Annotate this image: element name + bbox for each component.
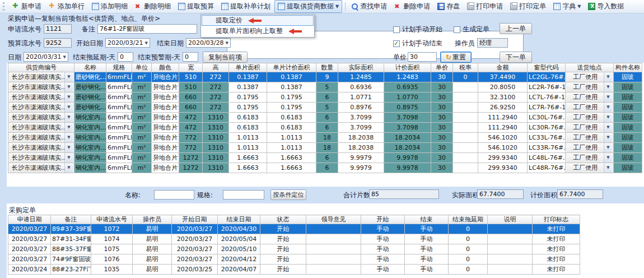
table-cell[interactable]: 0 [449,234,488,244]
table-cell[interactable]: 30 [431,103,453,113]
table-cell[interactable] [453,133,478,143]
table-cell[interactable]: 手动 [361,224,405,234]
table-cell[interactable] [453,123,478,133]
chevron-down-icon[interactable]: ▼ [604,92,612,102]
table-cell[interactable]: 1310 [203,123,229,133]
table-cell[interactable] [488,254,533,265]
table-cell[interactable]: 9.9979 [338,163,384,173]
combo-cell[interactable]: 工厂使用▼ [567,113,612,122]
table-cell[interactable]: 0.6183 [267,123,316,133]
serial-number-input[interactable] [44,24,72,34]
table-cell[interactable]: 固玻 [614,92,642,103]
toolbar-button-extract-supplement-plan[interactable]: 提取补单计划 [218,0,274,13]
table-cell[interactable]: 未打印 [533,254,580,265]
table-cell[interactable]: 异地合片 [152,153,179,163]
chevron-down-icon[interactable]: ▼ [64,163,73,173]
unit-price-input[interactable] [408,52,437,62]
table-cell[interactable]: 89#37-39F窗固玻 [51,224,91,234]
table-cell[interactable]: 1.0113 [229,143,267,153]
table-cell[interactable]: 长沙市潇湘玻璃实...▼ [8,163,74,173]
table-row[interactable]: 2020/03/2488#23-27F门顶玻1035易明2020/03/2520… [8,265,580,275]
table-cell[interactable]: 工厂使用▼ [566,143,614,153]
table-cell[interactable]: 30 [431,163,453,173]
table-cell[interactable]: 1035 [91,265,133,275]
table-cell[interactable]: 3.7099 [338,113,384,123]
table-cell[interactable]: m² [132,103,152,113]
table-cell[interactable]: 0.6936 [338,82,384,92]
table-cell[interactable]: 9 [316,72,338,82]
combo-cell[interactable]: 长沙市潇湘玻璃实...▼ [10,143,73,152]
next-order-button[interactable]: 下一单 [500,52,532,63]
chevron-down-icon[interactable]: ▼ [604,113,612,122]
table-cell[interactable]: 9.9978 [384,153,431,163]
chevron-down-icon[interactable]: ▼ [604,163,612,173]
table-cell[interactable]: 异地合片 [152,123,179,133]
table-cell[interactable]: LC30L-76#... [528,113,566,123]
table-cell[interactable]: 1310 [203,133,229,143]
table-cell[interactable]: 1.0771 [338,92,384,103]
table-cell[interactable]: 546.1020 [478,133,528,143]
table-cell[interactable]: 未打印 [533,224,580,234]
table-cell[interactable]: 固玻 [614,113,642,123]
table-row[interactable]: 长沙市潇湘玻璃实...▼磨砂钢化...6mmFLE...m²异地合片510272… [8,82,642,92]
table-cell[interactable]: 手动 [361,234,405,244]
table-cell[interactable]: 长沙市潇湘玻璃实...▼ [8,72,74,82]
table-cell[interactable]: 工厂使用▼ [566,133,614,143]
combo-cell[interactable]: 工厂使用▼ [567,92,612,102]
toolbar-button-print-request[interactable]: 打印申请 [464,0,506,13]
table-cell[interactable]: 钢化室内... [74,133,106,143]
chevron-down-icon[interactable]: ▼ [604,103,612,112]
table-cell[interactable]: 异地合片 [152,163,179,173]
table-cell[interactable]: 1310 [203,153,229,163]
spec-filter-input[interactable] [223,190,264,200]
table-cell[interactable]: 6mmFLE... [106,82,132,92]
toolbar-button-extract-supplier-data[interactable]: 提取供货商数据▼ [274,0,342,13]
combo-cell[interactable]: 工厂使用▼ [567,163,612,173]
table-cell[interactable]: 2020/03/25 [172,265,218,275]
table-cell[interactable] [453,163,478,173]
toolbar-button-delete-request[interactable]: 删除申请 [391,0,433,13]
table-cell[interactable]: 1075 [91,244,133,254]
chevron-down-icon[interactable]: ▼ [604,143,612,152]
table-cell[interactable]: 660 [179,103,203,113]
table-cell[interactable]: LC48R-76#... [528,163,566,173]
table-cell[interactable]: 手动 [405,254,449,265]
table-cell[interactable]: 87#31-34F窗固玻 [51,234,91,244]
combo-cell[interactable]: 长沙市潇湘玻璃实...▼ [10,82,73,92]
toolbar-button-extract-budget[interactable]: 提取预算 [175,0,217,13]
table-cell[interactable]: 2020/03/27 [8,254,51,265]
table-cell[interactable]: 472 [179,113,203,123]
table-cell[interactable]: 2020/03/27 [172,224,218,234]
table-cell[interactable]: 0 [449,244,488,254]
table-cell[interactable]: 18 [316,143,338,153]
date-select[interactable]: 2020/03/31 ▼ [24,52,68,62]
table-cell[interactable]: 3.7098 [384,113,431,123]
table-cell[interactable]: 长沙市潇湘玻璃实...▼ [8,133,74,143]
table-cell[interactable]: 272 [203,103,229,113]
table-cell[interactable]: 20.8050 [478,82,528,92]
table-cell[interactable]: 1074 [91,234,133,244]
table-cell[interactable] [453,82,478,92]
combo-cell[interactable]: 长沙市潇湘玻璃实...▼ [10,153,73,163]
table-cell[interactable]: 6mmFLE... [106,133,132,143]
chevron-down-icon[interactable]: ▼ [64,133,73,142]
checkbox-generate-order[interactable] [454,26,460,33]
table-cell[interactable]: 32.3100 [478,92,528,103]
table-cell[interactable]: 272 [203,92,229,103]
table-cell[interactable]: 异地合片 [152,113,179,123]
table-cell[interactable]: 长沙市潇湘玻璃实...▼ [8,92,74,103]
table-cell[interactable]: 1272 [179,163,203,173]
table-cell[interactable]: 工厂使用▼ [566,92,614,103]
table-cell[interactable]: 未打印 [533,234,580,244]
table-cell[interactable]: 9.9979 [338,153,384,163]
table-cell[interactable] [453,113,478,123]
table-cell[interactable]: 26.9250 [478,103,528,113]
table-cell[interactable]: 易明 [133,254,172,265]
table-cell[interactable]: 30 [431,92,453,103]
table-cell[interactable] [488,224,533,234]
table-cell[interactable]: 0 [449,254,488,265]
table-cell[interactable]: 2020/03/27 [8,224,51,234]
table-cell[interactable] [488,234,533,244]
table-cell[interactable]: 0 [453,72,478,82]
toolbar-button-delete-detail[interactable]: 删除明细 [132,0,174,13]
